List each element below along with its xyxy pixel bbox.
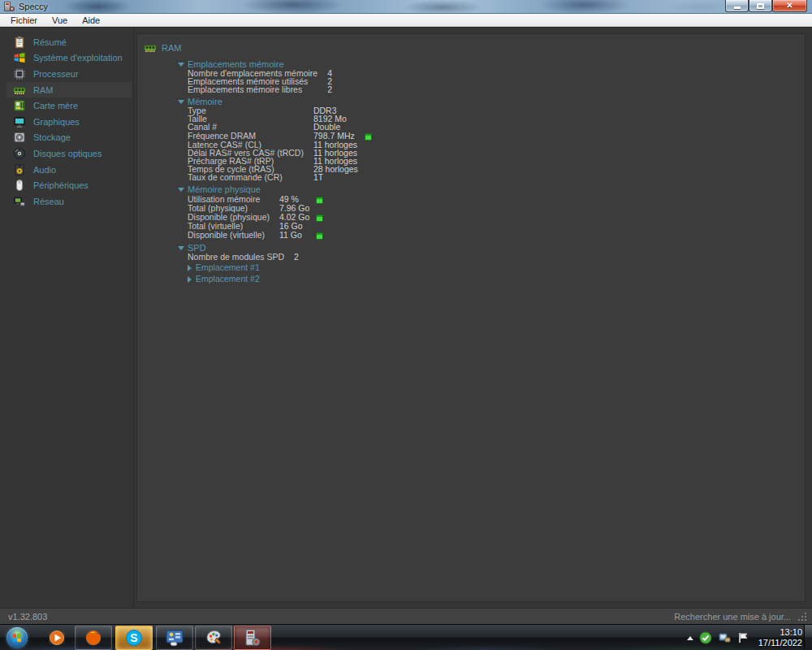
taskbar-button-skype[interactable]: S	[115, 626, 153, 650]
sidebar-item-label: Stockage	[33, 132, 71, 142]
sidebar-item-stockage[interactable]: Stockage	[6, 130, 132, 146]
collapse-arrow-icon	[178, 100, 184, 104]
paint-icon	[204, 628, 223, 648]
row-label: Nombre de modules SPD	[188, 253, 294, 261]
ram-icon	[144, 41, 157, 54]
clock-date: 17/11/2022	[758, 638, 802, 648]
firefox-icon	[84, 628, 103, 648]
tree-subnode-emplacement-2[interactable]: Emplacement #2	[188, 275, 805, 284]
display-app-icon	[165, 628, 184, 648]
tree-section-m-moire-physique[interactable]: Mémoire physique	[178, 184, 805, 194]
table-row: Nombre de modules SPD2	[188, 253, 317, 261]
sidebar-item-label: Disques optiques	[33, 149, 102, 158]
tree-section-m-moire[interactable]: Mémoire	[178, 97, 805, 106]
close-icon: ✕	[786, 2, 793, 10]
check-update-link[interactable]: Rechercher une mise à jour...	[674, 612, 791, 622]
row-spacer	[365, 115, 376, 123]
tray-program-icon[interactable]	[718, 631, 731, 644]
taskbar-button-firefox[interactable]	[75, 626, 112, 650]
row-spacer	[339, 85, 350, 93]
network-icon	[13, 195, 26, 208]
sidebar-item-label: Processeur	[33, 69, 79, 79]
section-name: Mémoire physique	[188, 184, 261, 194]
svg-text:S: S	[130, 631, 137, 644]
section-rows: TypeDDR3Taille8192 MoCanal #DoubleFréque…	[188, 106, 376, 181]
table-row: Emplacements mémoire libres2	[188, 85, 350, 93]
taskbar-button-display-app[interactable]	[156, 626, 193, 650]
sidebar-item-disques-optiques[interactable]: Disques optiques	[6, 145, 132, 162]
show-desktop-button[interactable]	[804, 625, 812, 650]
menu-item-aide[interactable]: Aide	[75, 14, 107, 27]
table-row: Total (physique)7.96 Go	[188, 204, 327, 212]
window-title: Speccy	[19, 2, 48, 11]
row-value: 2	[327, 85, 339, 93]
status-meter-icon	[316, 194, 327, 204]
sidebar-item-p-riph-riques[interactable]: Périphériques	[6, 177, 132, 193]
taskbar-button-windows-media-player[interactable]	[43, 626, 71, 650]
start-button[interactable]	[6, 627, 28, 648]
sidebar-item-audio[interactable]: Audio	[6, 162, 132, 178]
menu-item-fichier[interactable]: Fichier	[3, 14, 45, 27]
row-spacer	[365, 123, 376, 131]
windows-media-player-icon	[47, 628, 67, 648]
storage-icon	[13, 131, 26, 144]
expand-arrow-icon	[188, 265, 192, 271]
motherboard-icon	[13, 99, 26, 112]
table-row: Total (virtuelle)16 Go	[188, 222, 327, 230]
windows-logo-icon	[12, 633, 22, 642]
taskbar-clock[interactable]: 13:1017/11/2022	[758, 627, 802, 648]
row-value: 11 Go	[279, 230, 316, 240]
row-label: Disponible (virtuelle)	[188, 230, 279, 240]
version-label: v1.32.803	[8, 612, 47, 622]
status-meter-icon	[316, 230, 327, 240]
row-spacer	[316, 222, 327, 230]
sidebar-item-processeur[interactable]: Processeur	[6, 66, 132, 82]
sidebar-item-ram[interactable]: RAM	[6, 82, 132, 98]
sidebar-item-label: Réseau	[33, 197, 64, 206]
sidebar-item-label: Périphériques	[33, 180, 89, 190]
graphics-icon	[13, 115, 26, 128]
minimize-button[interactable]	[725, 0, 749, 12]
subnode-label: Emplacement #2	[196, 275, 260, 284]
sidebar-item-label: Audio	[33, 165, 56, 175]
table-row: Taux de commande (CR)1T	[188, 173, 376, 181]
table-row: Canal #Double	[188, 123, 376, 131]
status-bar: v1.32.803 Rechercher une mise à jour...	[0, 608, 812, 624]
page-title: RAM	[162, 43, 181, 53]
status-meter-icon	[365, 131, 376, 141]
sidebar-item-syst-me-d-exploitation[interactable]: Système d'exploitation	[6, 50, 132, 67]
speccy-taskbar-icon	[243, 628, 262, 648]
sidebar-item-label: Résumé	[33, 37, 67, 47]
row-spacer	[339, 77, 350, 85]
maximize-button[interactable]	[749, 0, 772, 12]
hidden-icons-caret[interactable]	[687, 636, 693, 640]
sidebar-item-graphiques[interactable]: Graphiques	[6, 114, 132, 130]
sidebar-item-carte-m-re[interactable]: Carte mère	[6, 98, 132, 114]
taskbar-button-speccy-taskbar[interactable]	[234, 626, 271, 650]
minimize-icon	[734, 6, 741, 9]
row-spacer	[365, 141, 376, 149]
security-check-icon[interactable]	[699, 631, 712, 644]
audio-icon	[13, 163, 26, 176]
row-value: 1T	[313, 173, 365, 181]
sidebar-divider	[133, 28, 134, 608]
table-row: Disponible (virtuelle)11 Go	[188, 230, 327, 240]
menu-item-vue[interactable]: Vue	[45, 14, 75, 27]
taskbar-button-paint[interactable]	[195, 626, 232, 650]
status-meter-icon	[316, 212, 327, 222]
sidebar-item-label: Carte mère	[33, 101, 78, 110]
sidebar-item-label: Graphiques	[33, 117, 80, 127]
action-center-flag-icon[interactable]	[736, 631, 749, 644]
resize-grip-icon[interactable]	[797, 612, 807, 622]
section-rows: Nombre d'emplacements mémoire4Emplacemen…	[188, 69, 350, 93]
collapse-arrow-icon	[178, 246, 184, 250]
sidebar-item-r-sum-[interactable]: Résumé	[6, 34, 132, 50]
row-spacer	[305, 253, 317, 261]
maximize-icon	[757, 3, 764, 9]
close-button[interactable]: ✕	[772, 0, 807, 12]
title-bar: Speccy ✕	[0, 0, 812, 14]
tree-subnode-emplacement-1[interactable]: Emplacement #1	[188, 263, 805, 272]
menu-bar: FichierVueAide	[0, 14, 812, 27]
sidebar-item-r-seau[interactable]: Réseau	[6, 193, 132, 210]
row-label: Total (virtuelle)	[188, 222, 279, 230]
